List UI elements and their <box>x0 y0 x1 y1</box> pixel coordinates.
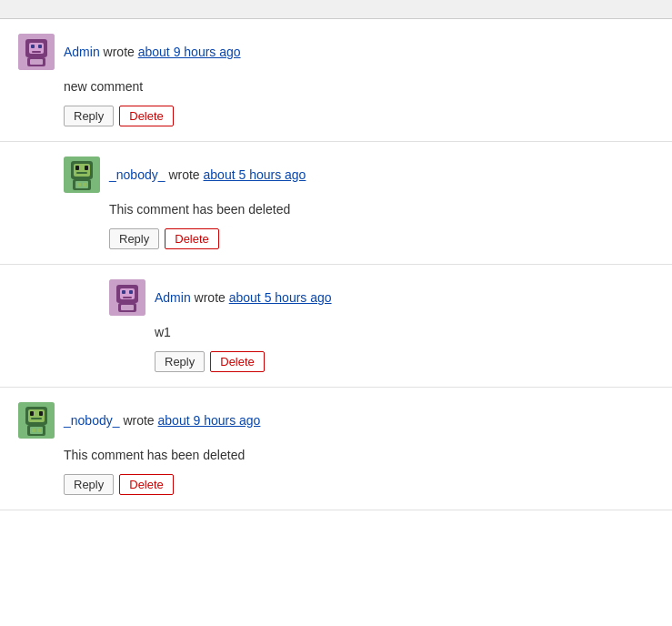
svg-rect-17 <box>83 183 86 187</box>
comment-block: Admin wrote about 5 hours ago w1 Reply D… <box>0 265 672 388</box>
time-link[interactable]: about 9 hours ago <box>158 413 261 428</box>
comment-meta: _nobody_ wrote about 9 hours ago <box>64 413 260 428</box>
svg-rect-35 <box>37 429 41 432</box>
svg-rect-12 <box>85 166 88 170</box>
svg-rect-5 <box>32 51 41 53</box>
comment-actions: Reply Delete <box>64 106 654 126</box>
comment-block: _nobody_ wrote about 9 hours ago This co… <box>0 388 672 510</box>
delete-button[interactable]: Delete <box>119 106 174 126</box>
time-link[interactable]: about 9 hours ago <box>138 45 241 59</box>
page-header <box>0 0 672 19</box>
svg-rect-13 <box>76 172 87 174</box>
svg-rect-4 <box>38 45 42 48</box>
svg-rect-7 <box>30 59 43 65</box>
svg-rect-30 <box>39 411 43 416</box>
comment-text: w1 <box>155 323 654 342</box>
svg-rect-31 <box>31 418 42 419</box>
avatar <box>18 34 55 70</box>
comment-header: _nobody_ wrote about 9 hours ago <box>18 402 654 439</box>
comment-text: This comment has been deleted <box>64 446 654 465</box>
avatar <box>18 402 55 439</box>
reply-button[interactable]: Reply <box>109 228 159 249</box>
time-link[interactable]: about 5 hours ago <box>204 167 306 182</box>
comment-meta: _nobody_ wrote about 5 hours ago <box>109 167 306 182</box>
svg-rect-29 <box>30 411 34 416</box>
comment-header: Admin wrote about 9 hours ago <box>18 34 654 70</box>
delete-button[interactable]: Delete <box>165 228 219 249</box>
svg-rect-25 <box>121 305 134 310</box>
comment-block: Admin wrote about 9 hours ago new commen… <box>0 19 672 142</box>
svg-rect-22 <box>129 290 133 294</box>
svg-rect-21 <box>122 290 125 294</box>
delete-button[interactable]: Delete <box>210 351 265 372</box>
comment-header: Admin wrote about 5 hours ago <box>109 279 654 316</box>
avatar <box>64 156 100 193</box>
time-link[interactable]: about 5 hours ago <box>229 290 332 305</box>
comment-actions: Reply Delete <box>109 228 654 249</box>
wrote-text: wrote <box>168 167 203 182</box>
wrote-text: wrote <box>123 413 157 428</box>
wrote-text: wrote <box>104 45 138 59</box>
comment-actions: Reply Delete <box>64 474 654 495</box>
reply-button[interactable]: Reply <box>64 106 114 126</box>
delete-button[interactable]: Delete <box>119 474 174 495</box>
svg-rect-23 <box>123 297 132 298</box>
comment-text: This comment has been deleted <box>109 200 654 219</box>
reply-button[interactable]: Reply <box>64 474 114 495</box>
svg-rect-34 <box>32 429 35 432</box>
reply-button[interactable]: Reply <box>155 351 205 372</box>
comment-text: new comment <box>64 77 654 96</box>
comment-header: _nobody_ wrote about 5 hours ago <box>64 156 654 193</box>
author-link[interactable]: Admin <box>155 290 191 305</box>
comment-actions: Reply Delete <box>155 351 654 372</box>
wrote-text: wrote <box>195 290 229 305</box>
comment-meta: Admin wrote about 5 hours ago <box>155 290 332 305</box>
avatar <box>109 279 145 316</box>
author-link[interactable]: Admin <box>64 45 100 59</box>
comment-block: _nobody_ wrote about 5 hours ago This co… <box>0 142 672 265</box>
comments-container: Admin wrote about 9 hours ago new commen… <box>0 19 672 510</box>
svg-rect-3 <box>31 45 35 48</box>
comment-meta: Admin wrote about 9 hours ago <box>64 45 241 59</box>
author-link[interactable]: _nobody_ <box>64 413 120 428</box>
svg-rect-11 <box>75 166 79 170</box>
svg-rect-16 <box>77 183 81 187</box>
author-link[interactable]: _nobody_ <box>109 167 165 182</box>
